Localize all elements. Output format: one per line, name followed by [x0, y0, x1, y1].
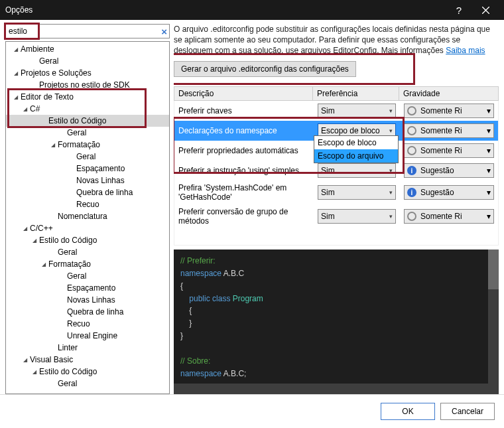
tree-node[interactable]: Quebra de linha — [6, 306, 169, 318]
dropdown-option[interactable]: Escopo do arquivo — [314, 149, 398, 163]
search-wrapper: × — [5, 24, 170, 38]
code-preview: // Preferir: namespace A.B.C { public cl… — [174, 250, 499, 394]
cell-severity: Somente Ri▾ — [400, 101, 498, 121]
code-line: } — [180, 319, 192, 328]
grid-row[interactable]: Prefira 'System.HashCode' em 'GetHashCod… — [174, 180, 498, 204]
ok-button[interactable]: OK — [381, 403, 435, 420]
tree-label: Projetos e Soluções — [21, 68, 92, 78]
info-icon: i — [407, 166, 416, 175]
preference-select[interactable]: Sim▾ — [318, 163, 396, 178]
tree-label: Novas Linhas — [76, 176, 125, 185]
severity-select[interactable]: Somente Ri▾ — [404, 143, 494, 158]
horizontal-scrollbar[interactable] — [174, 384, 499, 394]
scrollbar-thumb[interactable] — [488, 250, 499, 289]
tree-node[interactable]: Geral — [6, 151, 169, 163]
clear-search-icon[interactable]: × — [161, 26, 167, 37]
expander-icon[interactable] — [48, 141, 58, 148]
generate-editorconfig-button[interactable]: Gerar o arquivo .editorconfig das config… — [174, 61, 356, 77]
tree-node[interactable]: Unreal Engine — [6, 330, 169, 342]
tree-node[interactable]: Nomenclatura — [6, 210, 169, 222]
tree-label: Geral — [58, 248, 77, 257]
tree-node[interactable]: Novas Linhas — [6, 294, 169, 306]
preference-select[interactable]: Sim▾ — [318, 185, 396, 200]
severity-label: Somente Ri — [420, 146, 462, 155]
cell-description: Preferir a instrução 'using' simples — [174, 161, 314, 180]
tree-label: Geral — [67, 128, 86, 137]
tree-node[interactable]: Novas Linhas — [6, 175, 169, 186]
cell-severity: Somente Ri▾ — [400, 141, 498, 161]
tree-label: Quebra de linha — [67, 307, 123, 317]
expander-icon[interactable] — [30, 368, 39, 375]
grid-row[interactable]: Preferir a instrução 'using' simplesSim▾… — [174, 161, 498, 180]
expander-icon[interactable] — [11, 70, 21, 76]
tree-label: Estilo do Código — [48, 116, 106, 125]
tree-label: C/C++ — [30, 224, 53, 233]
ring-icon — [407, 106, 416, 115]
search-input[interactable] — [5, 24, 170, 38]
tree-node[interactable]: Linter — [6, 342, 169, 354]
severity-select[interactable]: Somente Ri▾ — [404, 123, 494, 138]
tree-node[interactable]: C# — [6, 103, 169, 115]
severity-select[interactable]: iSugestão▾ — [404, 163, 494, 178]
expander-icon[interactable] — [11, 94, 21, 100]
tree-node[interactable]: Espaçamento — [6, 163, 169, 175]
tree-node[interactable]: Geral — [6, 127, 169, 139]
tree-node[interactable]: Estilo do Código — [6, 234, 169, 246]
severity-select[interactable]: iSugestão▾ — [404, 185, 494, 200]
right-panel: O arquivo .editorconfig pode substituir … — [174, 24, 499, 394]
severity-select[interactable]: Somente Ri▾ — [404, 104, 494, 118]
tree-label: Estilo do Código — [39, 367, 97, 376]
help-icon[interactable]: ? — [446, 0, 472, 20]
tree-node[interactable]: Geral — [6, 246, 169, 258]
expander-icon[interactable] — [39, 261, 48, 267]
tree-node[interactable]: Quebra de linha — [6, 186, 169, 198]
cell-preference: Escopo de bloco▾Escopo de blocoEscopo do… — [314, 121, 400, 141]
cell-severity: iSugestão▾ — [400, 180, 498, 204]
expander-icon[interactable] — [21, 356, 30, 363]
expander-icon[interactable] — [11, 46, 21, 52]
tree-node[interactable]: Geral — [6, 378, 169, 390]
tree-node[interactable]: C/C++ — [6, 222, 169, 234]
tree-node[interactable]: Ambiente — [6, 43, 169, 55]
tree-node[interactable]: Estilo do Código — [6, 115, 169, 127]
tree-node[interactable]: Projetos e Soluções — [6, 67, 169, 79]
info-text-body: O arquivo .editorconfig pode substituir … — [174, 25, 490, 55]
left-panel: × AmbienteGeralProjetos e SoluçõesProjet… — [5, 24, 170, 394]
expander-icon[interactable] — [30, 237, 39, 244]
preference-select[interactable]: Sim▾ — [318, 104, 396, 118]
expander-icon[interactable] — [21, 225, 30, 232]
tree-node[interactable]: Recuo — [6, 198, 169, 210]
tree-node[interactable]: Formatação — [6, 258, 169, 270]
severity-label: Sugestão — [420, 166, 454, 175]
tree-node[interactable]: Espaçamento — [6, 282, 169, 294]
ring-icon — [407, 212, 416, 221]
grid-row[interactable]: Preferir conversão de grupo de métodosSi… — [174, 204, 498, 228]
cell-severity: Somente Ri▾ — [400, 121, 498, 141]
col-severity: Gravidade — [399, 86, 499, 101]
preference-select[interactable]: Sim▾ — [318, 209, 396, 224]
tree-node[interactable]: Estilo do Código — [6, 366, 169, 378]
tree-node[interactable]: Editor de Texto — [6, 91, 169, 103]
dropdown-option[interactable]: Escopo de bloco — [314, 136, 398, 149]
tree-label: Visual Basic — [30, 355, 73, 364]
grid-row[interactable]: Preferir chavesSim▾Somente Ri▾ — [174, 101, 498, 121]
col-description: Descrição — [174, 86, 313, 101]
severity-label: Somente Ri — [420, 212, 462, 221]
preference-dropdown[interactable]: Escopo de blocoEscopo do arquivo — [314, 135, 399, 163]
tree-node[interactable]: Recuo — [6, 318, 169, 330]
grid-row[interactable]: Declarações do namespaceEscopo de bloco▾… — [174, 121, 498, 141]
tree-label: Formatação — [48, 259, 91, 269]
code-token: namespace — [180, 369, 221, 378]
options-tree[interactable]: AmbienteGeralProjetos e SoluçõesProjetos… — [5, 41, 170, 394]
cancel-button[interactable]: Cancelar — [440, 403, 495, 420]
tree-node[interactable]: Geral — [6, 55, 169, 67]
close-icon[interactable] — [472, 0, 499, 20]
tree-node[interactable]: Geral — [6, 270, 169, 282]
tree-node[interactable]: Formatação — [6, 139, 169, 151]
tree-label: Geral — [67, 271, 86, 281]
tree-node[interactable]: Projetos no estilo de SDK — [6, 79, 169, 91]
expander-icon[interactable] — [21, 106, 30, 112]
severity-select[interactable]: Somente Ri▾ — [404, 209, 494, 224]
tree-node[interactable]: Visual Basic — [6, 354, 169, 366]
learn-more-link[interactable]: Saiba mais — [446, 46, 485, 55]
